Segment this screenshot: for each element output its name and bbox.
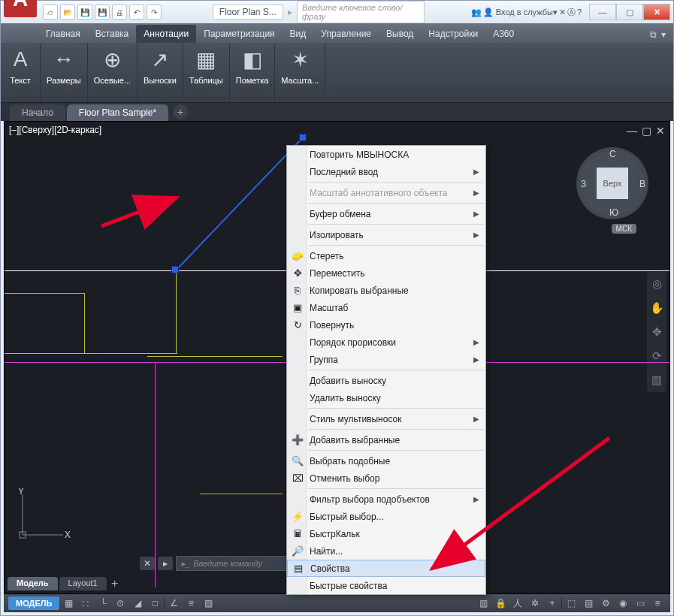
pan-icon[interactable]: ✋ <box>649 300 664 316</box>
ribbon-tab-управление[interactable]: Управление <box>313 25 379 43</box>
context-menu-item[interactable]: 🖩БыстрКальк <box>287 525 485 542</box>
osnap-icon[interactable]: □ <box>147 596 163 611</box>
ortho-icon[interactable]: └ <box>95 596 111 611</box>
customize-status-icon[interactable]: ≡ <box>649 596 666 611</box>
otrack-icon[interactable]: ∠ <box>165 596 182 611</box>
context-menu-item[interactable]: Последний ввод▶ <box>287 163 485 180</box>
context-menu-item[interactable]: Порядок прорисовки▶ <box>287 334 485 351</box>
ucs-icon[interactable]: X Y <box>18 488 71 541</box>
selection-cycling-icon[interactable]: ▥ <box>475 596 491 611</box>
close-button[interactable]: ✕ <box>643 4 670 20</box>
saveas-icon[interactable]: 💾 <box>95 5 110 20</box>
open-icon[interactable]: 📂 <box>60 5 75 20</box>
context-menu-item[interactable]: Повторить МВЫНОСКА <box>287 146 485 163</box>
hardware-accel-icon[interactable]: ⚙ <box>597 596 614 611</box>
annotation-scale-icon[interactable]: 🔒 <box>492 596 509 611</box>
viewcube-west[interactable]: З <box>581 179 586 189</box>
context-menu-item[interactable]: Буфер обмена▶ <box>287 205 485 222</box>
ribbon-tab-параметризация[interactable]: Параметризация <box>196 25 282 43</box>
ribbon-tab-главная[interactable]: Главная <box>38 25 88 43</box>
grid-icon[interactable]: ▦ <box>60 596 77 611</box>
vp-close-icon[interactable]: ✕ <box>656 125 665 137</box>
context-menu-item[interactable]: 🧽Стереть <box>287 247 485 264</box>
layout-tab-layout1[interactable]: Layout1 <box>59 577 107 590</box>
layout-tab-model[interactable]: Модель <box>8 577 58 590</box>
cmdline-close-icon[interactable]: ✕ <box>140 557 155 570</box>
context-menu-item[interactable]: Быстрые свойства <box>287 577 485 594</box>
exchange-icon[interactable]: ✕ <box>559 8 566 17</box>
context-menu-item[interactable]: Изолировать▶ <box>287 226 485 243</box>
context-menu-item[interactable]: ➕Добавить выбранные <box>287 431 485 448</box>
feature-icon[interactable]: ⧉ <box>650 29 657 40</box>
ribbon-tab-надстройки[interactable]: Надстройки <box>421 25 485 43</box>
context-menu-item[interactable]: ⌧Отменить выбор <box>287 470 485 487</box>
search-input[interactable]: Введите ключевое слово/фразу <box>297 1 425 23</box>
tab-start[interactable]: Начало <box>10 104 65 121</box>
redo-icon[interactable]: ↷ <box>147 5 162 20</box>
ribbon-tab-вывод[interactable]: Вывод <box>379 25 421 43</box>
transparency-icon[interactable]: ▧ <box>200 596 216 611</box>
save-icon[interactable]: 💾 <box>77 5 92 20</box>
context-menu-item[interactable]: ▤Свойства <box>287 560 485 577</box>
cmdline-customize-icon[interactable]: ▸ <box>158 557 173 570</box>
showmotion-icon[interactable]: ▥ <box>649 373 664 388</box>
viewcube-north[interactable]: С <box>609 149 616 159</box>
ribbon-tab-a360[interactable]: A360 <box>485 25 521 43</box>
context-menu-item[interactable]: 🔎Найти... <box>287 542 485 560</box>
cleanscreen-icon[interactable]: ▭ <box>632 596 648 611</box>
layout-add-button[interactable]: + <box>108 577 122 590</box>
model-space-button[interactable]: МОДЕЛЬ <box>8 596 59 610</box>
annoscale-dropdown[interactable]: 人 <box>509 596 526 611</box>
grip-point[interactable] <box>299 134 307 141</box>
ribbon-tab-вид[interactable]: Вид <box>283 25 314 43</box>
lineweight-icon[interactable]: ≡ <box>183 596 199 611</box>
signin-button[interactable]: 👤 Вход в службы▾ <box>483 8 558 17</box>
ribbon-group-[interactable]: ▦Таблицы <box>183 43 230 102</box>
context-menu-item[interactable]: Группа▶ <box>287 351 485 368</box>
undo-icon[interactable]: ↶ <box>129 5 144 20</box>
ribbon-group-[interactable]: ↗Выноски <box>138 43 183 102</box>
ribbon-minimize-icon[interactable]: ▾ <box>661 29 666 40</box>
app-menu-button[interactable]: A <box>4 0 37 17</box>
viewcube[interactable]: Верх С Ю В З <box>576 147 648 219</box>
context-menu-item[interactable]: ⎘Копировать выбранные <box>287 282 485 299</box>
viewcube-south[interactable]: Ю <box>609 207 618 218</box>
quickproperties-icon[interactable]: ▤ <box>580 596 597 611</box>
context-menu-item[interactable]: Стиль мультивыносок▶ <box>287 410 485 427</box>
infocenter-icon[interactable]: 👥 <box>471 8 482 17</box>
wcs-label[interactable]: МСК <box>612 224 636 234</box>
context-menu-item[interactable]: ✥Переместить <box>287 264 485 282</box>
plot-icon[interactable]: 🖨 <box>112 5 127 20</box>
context-menu-item[interactable]: ↻Повернуть <box>287 316 485 334</box>
snap-icon[interactable]: ⸬ <box>77 596 94 611</box>
tab-active-doc[interactable]: Floor Plan Sample* <box>67 104 168 121</box>
ribbon-group-[interactable]: ⊕Осевые... <box>88 43 138 102</box>
a360-icon[interactable]: Ⓐ <box>567 7 576 18</box>
vp-maximize-icon[interactable]: ▢ <box>642 125 651 137</box>
help-icon[interactable]: ? <box>577 8 582 17</box>
ribbon-group-[interactable]: AТекст <box>1 43 41 102</box>
ribbon-group-[interactable]: ↔Размеры <box>41 43 88 102</box>
context-menu-item[interactable]: ⚡Быстрый выбор... <box>287 508 485 525</box>
ribbon-tab-вставка[interactable]: Вставка <box>88 25 137 43</box>
viewcube-east[interactable]: В <box>639 179 645 189</box>
isodraft-icon[interactable]: ◢ <box>129 596 146 611</box>
annotation-monitor-icon[interactable]: + <box>544 596 561 611</box>
context-menu-item[interactable]: ▣Масштаб <box>287 299 485 316</box>
context-menu-item[interactable]: Фильтр выбора подобъектов▶ <box>287 491 485 508</box>
new-icon[interactable]: ▱ <box>43 5 58 20</box>
tab-add-button[interactable]: + <box>173 104 188 119</box>
minimize-button[interactable]: — <box>589 4 616 20</box>
isolate-objects-icon[interactable]: ◉ <box>615 596 631 611</box>
polar-icon[interactable]: ⊙ <box>112 596 128 611</box>
maximize-button[interactable]: ▢ <box>616 4 643 20</box>
orbit-icon[interactable]: ⟳ <box>649 349 664 364</box>
grip-point[interactable] <box>171 266 179 273</box>
context-menu-item[interactable]: Добавить выноску <box>287 372 485 389</box>
ribbon-group-[interactable]: ✶Масшта... <box>275 43 325 102</box>
steering-wheel-icon[interactable]: ◎ <box>649 276 664 291</box>
units-icon[interactable]: ⬚ <box>563 596 579 611</box>
context-menu-item[interactable]: 🔍Выбрать подобные <box>287 452 485 470</box>
viewcube-face[interactable]: Верх <box>597 168 628 199</box>
vp-minimize-icon[interactable]: — <box>627 125 637 137</box>
